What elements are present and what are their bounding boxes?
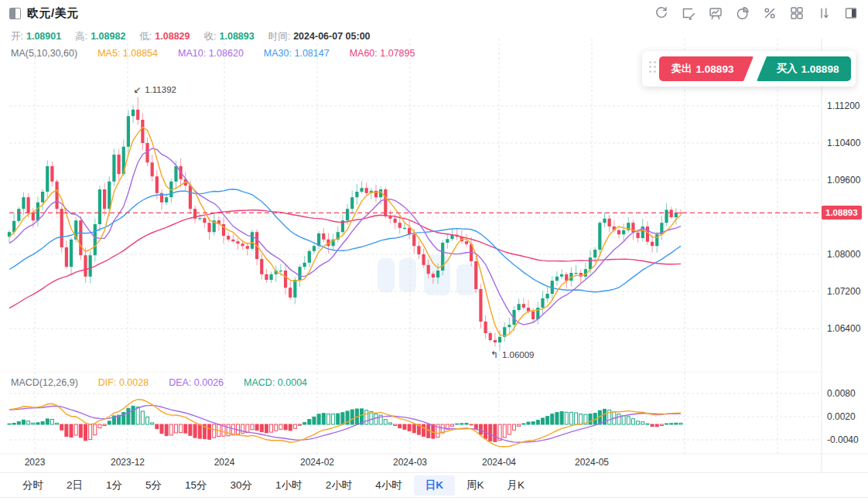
candle-body	[555, 277, 559, 281]
macd-bar	[551, 414, 554, 424]
low-value: 1.08829	[155, 31, 190, 42]
tab-30min[interactable]: 30分	[219, 475, 265, 495]
symbol-title: 欧元/美元	[27, 6, 79, 21]
watermark-logo	[399, 258, 416, 292]
macd-bar	[308, 420, 311, 424]
candle-body	[269, 274, 272, 280]
macd-bar	[165, 424, 168, 436]
candle-body	[398, 223, 402, 228]
macd-bar	[17, 422, 20, 424]
sell-button[interactable]: 卖出1.08893	[659, 56, 754, 81]
macd-bar	[651, 424, 654, 427]
draw-tools-icon[interactable]	[681, 5, 696, 21]
tab-1min[interactable]: 1分	[94, 475, 134, 495]
macd-bar	[565, 412, 568, 424]
macd-bar	[56, 423, 59, 424]
macd-bar	[660, 424, 663, 425]
candle-body	[32, 213, 35, 220]
tab-2day[interactable]: 2日	[55, 475, 94, 495]
macd-bar	[246, 424, 249, 433]
current-price-badge: 1.08893	[822, 206, 862, 220]
open-value: 1.08901	[26, 31, 61, 42]
drag-handle-icon[interactable]	[649, 61, 656, 77]
macd-bar	[646, 424, 649, 424]
macd-bar	[179, 424, 183, 433]
candle-body	[518, 304, 521, 310]
macd-bar	[665, 424, 668, 424]
tab-monthly[interactable]: 月K	[495, 475, 536, 495]
macd-bar	[279, 424, 282, 429]
candle-body	[65, 247, 68, 267]
low-field: 低:1.08829	[139, 30, 190, 43]
percent-icon[interactable]	[762, 5, 777, 21]
candle-body	[303, 263, 306, 267]
refresh-icon[interactable]	[654, 5, 669, 21]
candle-body	[313, 246, 316, 251]
candle-body	[132, 110, 135, 116]
candle-body	[603, 219, 606, 223]
ma5-line	[9, 127, 681, 335]
macd-bar	[575, 413, 578, 424]
macd-bar	[8, 424, 11, 424]
candle-body	[308, 251, 311, 263]
macd-bar	[350, 410, 354, 424]
candle-body	[155, 176, 159, 193]
macd-bar	[675, 423, 678, 424]
pie-chart-icon[interactable]	[735, 5, 750, 21]
tab-2hour[interactable]: 2小时	[314, 475, 364, 495]
tab-5min[interactable]: 5分	[134, 475, 173, 495]
macd-bar	[289, 424, 292, 431]
candle-body	[284, 271, 287, 288]
candle-body	[350, 197, 354, 209]
tab-15min[interactable]: 15分	[173, 475, 219, 495]
macd-bar	[403, 424, 406, 429]
trading-app: 20232023-1220242024-022024-032024-042024…	[0, 0, 868, 504]
symbol-header: 欧元/美元	[9, 6, 79, 21]
price-axis-label: 1.10400	[827, 138, 861, 148]
panel-toggle-icon[interactable]	[843, 5, 859, 21]
candle-body	[203, 218, 206, 223]
macd-bar	[84, 424, 87, 441]
macd-bar	[408, 424, 411, 431]
macd-bar	[98, 424, 101, 428]
price-axis-label: 1.08000	[827, 249, 861, 260]
candle-body	[388, 216, 391, 219]
macd-bar	[141, 411, 144, 424]
grid-layout-icon[interactable]	[789, 5, 805, 21]
macd-bar	[679, 423, 682, 424]
chart-board-icon[interactable]	[708, 5, 723, 21]
macd-bar	[412, 424, 415, 433]
macd-axis-label: 0.0020	[827, 411, 856, 422]
tab-daily[interactable]: 日K	[414, 475, 455, 495]
timeframe-tabbar: 分时 2日 1分 5分 15分 30分 1小时 2小时 4小时 日K 周K 月K	[0, 472, 868, 498]
macd-bar	[36, 423, 39, 424]
sort-updown-icon[interactable]	[816, 5, 832, 21]
macd-bar	[208, 424, 211, 439]
macd-bar	[474, 424, 477, 429]
macd-bar	[322, 414, 325, 424]
macd-bar	[479, 424, 482, 434]
macd-bar	[341, 413, 344, 424]
candle-body	[360, 188, 363, 192]
buy-button[interactable]: 买入1.08898	[757, 56, 851, 81]
macd-bar	[136, 407, 139, 424]
candle-body	[207, 223, 210, 232]
macd-bar	[422, 424, 425, 436]
macd-bar	[174, 424, 177, 433]
tab-4hour[interactable]: 4小时	[364, 475, 414, 495]
candle-body	[498, 337, 501, 342]
macd-bar	[655, 424, 658, 427]
candle-body	[474, 261, 477, 289]
candle-body	[236, 241, 239, 243]
macd-bar	[127, 408, 130, 424]
tab-weekly[interactable]: 周K	[455, 475, 496, 495]
macd-bar	[155, 424, 159, 429]
candle-body	[484, 322, 487, 333]
candle-body	[608, 219, 611, 226]
candle-body	[112, 155, 115, 182]
macd-bar	[522, 424, 525, 424]
tab-1hour[interactable]: 1小时	[264, 475, 314, 495]
tab-fenshi[interactable]: 分时	[11, 475, 55, 495]
trade-panel: 卖出1.08893 买入1.08898	[642, 51, 856, 87]
macd-bar	[332, 414, 335, 424]
